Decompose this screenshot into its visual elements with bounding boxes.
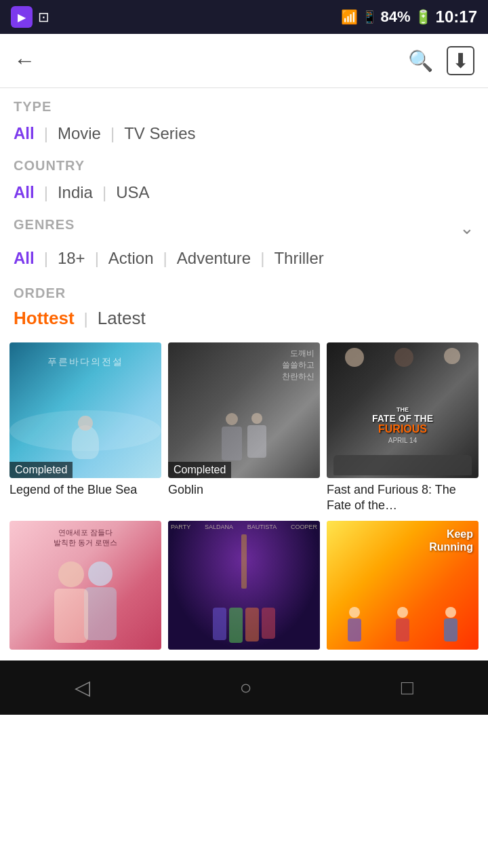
badge-goblin: Completed xyxy=(168,462,231,478)
movie-card-legend[interactable]: 푸른바다의전설 Completed Legend of the Blue Sea xyxy=(9,342,161,514)
genre-thriller[interactable]: Thriller xyxy=(274,246,323,271)
type-filter: TYPE All | Movie | TV Series xyxy=(14,99,474,146)
country-usa[interactable]: USA xyxy=(116,180,149,205)
order-section: ORDER Hottest | Latest xyxy=(0,283,488,329)
badge-legend: Completed xyxy=(9,462,73,478)
keep-running-text: KeepRunning xyxy=(429,528,473,553)
movie-thumb-running: KeepRunning xyxy=(327,521,479,650)
movie-thumb-romance: 연애세포 잠들다발칙한 동거 로맨스 xyxy=(9,521,161,650)
movie-grid-row1: 푸른바다의전설 Completed Legend of the Blue Sea… xyxy=(0,342,488,514)
battery-icon: 🔋 xyxy=(415,9,432,25)
android-icon: ⊡ xyxy=(38,9,49,25)
title-furious: Fast and Furious 8: The Fate of the… xyxy=(327,482,479,514)
genres-label: GENRES xyxy=(14,217,75,233)
movie-card-goblin[interactable]: 도깨비쓸쓸하고찬란하신 Completed Goblin xyxy=(168,342,320,514)
movie-thumb-galaxy: PARTY SALDANA BAUTISTA COOPER xyxy=(168,521,320,650)
movie-thumb-furious: THE FATE OF THE FURIOUS APRIL 14 xyxy=(327,342,479,478)
app-icon: ▶ xyxy=(11,6,33,28)
nav-back[interactable]: ◁ xyxy=(75,675,90,699)
bottom-nav: ◁ ○ □ xyxy=(0,660,488,715)
top-nav: ← 🔍 ⬇ xyxy=(0,34,488,88)
movie-card-romance[interactable]: 연애세포 잠들다발칙한 동거 로맨스 xyxy=(9,521,161,654)
nav-home[interactable]: ○ xyxy=(239,676,251,699)
order-options: Hottest | Latest xyxy=(14,308,474,329)
movie-card-furious[interactable]: THE FATE OF THE FURIOUS APRIL 14 Fast an… xyxy=(327,342,479,514)
wifi-icon: 📶 xyxy=(341,9,358,25)
status-bar-right: 📶 📱 84% 🔋 10:17 xyxy=(341,7,477,26)
nav-recent[interactable]: □ xyxy=(401,676,413,699)
status-bar: ▶ ⊡ 📶 📱 84% 🔋 10:17 xyxy=(0,0,488,34)
time-display: 10:17 xyxy=(436,7,477,26)
genre-18plus[interactable]: 18+ xyxy=(58,246,85,271)
type-options: All | Movie | TV Series xyxy=(14,121,474,146)
movie-card-running[interactable]: KeepRunning xyxy=(327,521,479,654)
sep1: | xyxy=(44,124,48,143)
country-label: COUNTRY xyxy=(14,158,474,174)
genres-header: GENRES ⌄ xyxy=(14,217,474,239)
movie-thumb-legend: 푸른바다의전설 Completed xyxy=(9,342,161,478)
title-goblin: Goblin xyxy=(168,482,320,498)
movie-thumb-goblin: 도깨비쓸쓸하고찬란하신 Completed xyxy=(168,342,320,478)
country-india[interactable]: India xyxy=(58,180,93,205)
back-button[interactable]: ← xyxy=(14,48,35,73)
title-legend: Legend of the Blue Sea xyxy=(9,482,161,498)
order-latest[interactable]: Latest xyxy=(98,308,146,329)
nav-icons: 🔍 ⬇ xyxy=(408,46,474,75)
status-bar-left: ▶ ⊡ xyxy=(11,6,49,28)
type-label: TYPE xyxy=(14,99,474,115)
movie-card-galaxy[interactable]: PARTY SALDANA BAUTISTA COOPER xyxy=(168,521,320,654)
genres-chevron[interactable]: ⌄ xyxy=(460,218,474,239)
type-all[interactable]: All xyxy=(14,121,35,146)
country-filter: COUNTRY All | India | USA xyxy=(14,158,474,205)
movie-grid-row2: 연애세포 잠들다발칙한 동거 로맨스 PARTY SALDANA BAU xyxy=(0,521,488,654)
search-button[interactable]: 🔍 xyxy=(408,49,433,73)
genres-options: All | 18+ | Action | Adventure | Thrille… xyxy=(14,246,474,271)
sim-icon: 📱 xyxy=(362,9,377,24)
order-hottest[interactable]: Hottest xyxy=(14,308,75,329)
genre-all[interactable]: All xyxy=(14,246,35,271)
genres-filter: GENRES ⌄ All | 18+ | Action | Adventure … xyxy=(14,217,474,271)
type-movie[interactable]: Movie xyxy=(58,121,101,146)
country-all[interactable]: All xyxy=(14,180,35,205)
genre-adventure[interactable]: Adventure xyxy=(177,246,251,271)
country-options: All | India | USA xyxy=(14,180,474,205)
download-button[interactable]: ⬇ xyxy=(447,46,474,75)
type-tvseries[interactable]: TV Series xyxy=(124,121,195,146)
genre-action[interactable]: Action xyxy=(108,246,154,271)
sep2: | xyxy=(110,124,115,143)
battery-text: 84% xyxy=(381,8,411,26)
filter-section: TYPE All | Movie | TV Series COUNTRY All… xyxy=(0,88,488,271)
order-label: ORDER xyxy=(14,285,474,301)
